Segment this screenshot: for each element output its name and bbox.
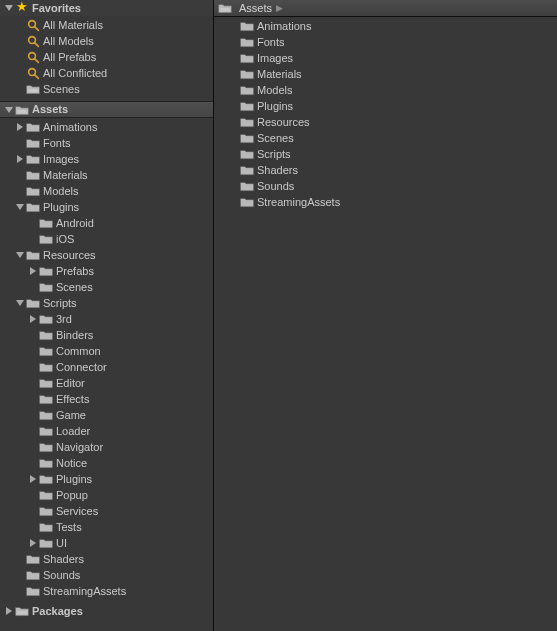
expand-toggle[interactable] [13, 151, 26, 167]
breadcrumb-item[interactable]: Assets [218, 0, 272, 17]
tree-item[interactable]: Resources [0, 247, 213, 263]
tree-item[interactable]: Images [0, 151, 213, 167]
folder-icon [39, 392, 53, 406]
folder-icon [240, 35, 254, 49]
tree-item[interactable]: UI [0, 535, 213, 551]
toggle-placeholder [26, 407, 39, 423]
tree-item[interactable]: Scripts [214, 146, 557, 162]
tree-item[interactable]: Shaders [214, 162, 557, 178]
tree-item[interactable]: All Conflicted [0, 65, 213, 81]
tree-item[interactable]: Plugins [214, 98, 557, 114]
tree-item[interactable]: Animations [214, 18, 557, 34]
expand-toggle[interactable] [26, 535, 39, 551]
tree-item[interactable]: 3rd [0, 311, 213, 327]
svg-rect-8 [28, 89, 38, 93]
tree-item[interactable]: Plugins [0, 471, 213, 487]
item-label: Animations [257, 18, 553, 34]
tree-item[interactable]: Android [0, 215, 213, 231]
expand-toggle[interactable] [13, 199, 26, 215]
toggle-placeholder [26, 375, 39, 391]
tree-item[interactable]: Materials [214, 66, 557, 82]
tree-item[interactable]: StreamingAssets [0, 583, 213, 599]
tree-item[interactable]: Scenes [0, 81, 213, 97]
toggle-placeholder [13, 65, 26, 81]
tree-item[interactable]: Images [214, 50, 557, 66]
tree-item[interactable]: Plugins [0, 199, 213, 215]
item-label: Materials [43, 167, 209, 183]
tree-item[interactable]: Fonts [0, 135, 213, 151]
tree-item[interactable]: Services [0, 503, 213, 519]
tree-item[interactable]: All Models [0, 33, 213, 49]
folder-icon [39, 344, 53, 358]
toggle-placeholder [227, 146, 240, 162]
expand-toggle[interactable] [13, 247, 26, 263]
tree-item[interactable]: All Prefabs [0, 49, 213, 65]
tree-item[interactable]: Notice [0, 455, 213, 471]
folder-icon [39, 536, 53, 550]
tree-item[interactable]: Resources [214, 114, 557, 130]
assets-header[interactable]: Assets [0, 101, 213, 118]
toggle-placeholder [26, 359, 39, 375]
tree-item[interactable]: Sounds [0, 567, 213, 583]
item-label: Fonts [257, 34, 553, 50]
tree-item[interactable]: Scripts [0, 295, 213, 311]
item-label: Plugins [43, 199, 209, 215]
tree-item[interactable]: Binders [0, 327, 213, 343]
tree-item[interactable]: Scenes [0, 279, 213, 295]
tree-item[interactable]: Loader [0, 423, 213, 439]
expand-toggle[interactable] [13, 295, 26, 311]
expand-toggle[interactable] [26, 471, 39, 487]
toggle-placeholder [13, 183, 26, 199]
favorites-header[interactable]: ★ Favorites [0, 0, 213, 16]
tree-item[interactable]: Editor [0, 375, 213, 391]
tree-item[interactable]: All Materials [0, 17, 213, 33]
toggle-placeholder [227, 178, 240, 194]
folder-icon [26, 82, 40, 96]
tree-item[interactable]: Tests [0, 519, 213, 535]
tree-item[interactable]: Animations [0, 119, 213, 135]
item-label: Sounds [43, 567, 209, 583]
tree-item[interactable]: Sounds [214, 178, 557, 194]
packages-header[interactable]: Packages [0, 603, 213, 619]
item-label: Popup [56, 487, 209, 503]
folder-icon [39, 312, 53, 326]
expand-toggle[interactable] [26, 263, 39, 279]
assets-toggle[interactable] [2, 102, 15, 118]
toggle-placeholder [13, 583, 26, 599]
item-label: All Materials [43, 17, 209, 33]
tree-item[interactable]: Connector [0, 359, 213, 375]
tree-item[interactable]: Fonts [214, 34, 557, 50]
item-label: Loader [56, 423, 209, 439]
folder-icon [39, 520, 53, 534]
tree-item[interactable]: Models [0, 183, 213, 199]
folder-icon [26, 296, 40, 310]
tree-item[interactable]: Models [214, 82, 557, 98]
tree-item[interactable]: Popup [0, 487, 213, 503]
tree-item[interactable]: Common [0, 343, 213, 359]
favorites-toggle[interactable] [2, 0, 15, 16]
tree-item[interactable]: Scenes [214, 130, 557, 146]
favorites-label: Favorites [32, 0, 209, 16]
toggle-placeholder [26, 439, 39, 455]
packages-toggle[interactable] [2, 603, 15, 619]
folder-icon [39, 504, 53, 518]
tree-item[interactable]: iOS [0, 231, 213, 247]
tree-item[interactable]: Shaders [0, 551, 213, 567]
tree-item[interactable]: Materials [0, 167, 213, 183]
item-label: Images [257, 50, 553, 66]
tree-item[interactable]: Prefabs [0, 263, 213, 279]
toggle-placeholder [227, 18, 240, 34]
item-label: Editor [56, 375, 209, 391]
item-label: Notice [56, 455, 209, 471]
tree-item[interactable]: Game [0, 407, 213, 423]
folder-icon [240, 131, 254, 145]
svg-line-5 [34, 58, 38, 62]
tree-item[interactable]: StreamingAssets [214, 194, 557, 210]
expand-toggle[interactable] [13, 119, 26, 135]
expand-toggle[interactable] [26, 311, 39, 327]
toggle-placeholder [13, 17, 26, 33]
tree-item[interactable]: Navigator [0, 439, 213, 455]
assets-tree: AnimationsFontsImagesMaterialsModelsPlug… [0, 118, 213, 603]
item-label: All Models [43, 33, 209, 49]
tree-item[interactable]: Effects [0, 391, 213, 407]
